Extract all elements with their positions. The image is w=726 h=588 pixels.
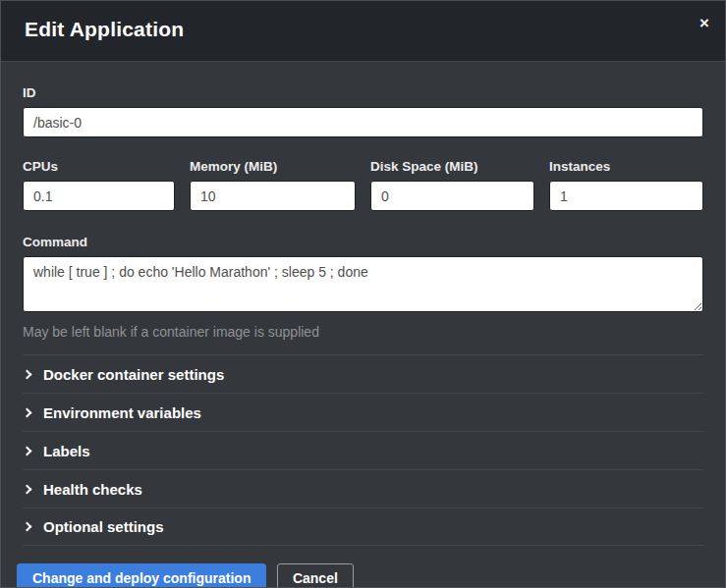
section-label: Environment variables bbox=[43, 404, 201, 421]
cpus-label: CPUs bbox=[23, 159, 175, 174]
section-label: Optional settings bbox=[43, 518, 164, 535]
chevron-right-icon bbox=[23, 484, 32, 494]
command-label: Command bbox=[23, 235, 703, 249]
section-health-checks[interactable]: Health checks bbox=[23, 469, 703, 508]
disk-space-input[interactable] bbox=[370, 181, 534, 211]
id-label: ID bbox=[23, 85, 703, 100]
field-id: ID bbox=[23, 85, 703, 137]
section-environment-variables[interactable]: Environment variables bbox=[23, 393, 703, 431]
memory-label: Memory (MiB) bbox=[190, 159, 356, 174]
cpus-input[interactable] bbox=[23, 181, 175, 211]
resources-row: CPUs Memory (MiB) Disk Space (MiB) Insta… bbox=[23, 159, 703, 211]
section-optional-settings[interactable]: Optional settings bbox=[23, 508, 703, 546]
chevron-right-icon bbox=[23, 446, 32, 455]
chevron-right-icon bbox=[23, 407, 32, 417]
id-input[interactable] bbox=[23, 107, 703, 137]
cancel-button[interactable]: Cancel bbox=[277, 563, 354, 588]
section-label: Health checks bbox=[43, 481, 142, 498]
chevron-right-icon bbox=[23, 369, 32, 379]
disk-space-label: Disk Space (MiB) bbox=[370, 159, 534, 174]
close-icon[interactable]: × bbox=[699, 15, 709, 31]
change-and-deploy-button[interactable]: Change and deploy configuration bbox=[17, 563, 266, 588]
dialog-footer: Change and deploy configuration Cancel bbox=[1, 546, 725, 588]
command-input[interactable]: while [ true ] ; do echo 'Hello Marathon… bbox=[23, 256, 703, 312]
dialog-title: Edit Application bbox=[25, 18, 701, 41]
section-docker-container-settings[interactable]: Docker container settings bbox=[23, 354, 703, 393]
field-disk-space: Disk Space (MiB) bbox=[370, 159, 534, 211]
chevron-right-icon bbox=[23, 522, 32, 532]
field-command: Command while [ true ] ; do echo 'Hello … bbox=[23, 235, 703, 340]
section-label: Docker container settings bbox=[43, 366, 224, 383]
edit-application-dialog: Edit Application × ID CPUs Memory (MiB) … bbox=[0, 0, 726, 588]
dialog-body: ID CPUs Memory (MiB) Disk Space (MiB) In… bbox=[1, 85, 725, 546]
field-instances: Instances bbox=[549, 159, 703, 211]
collapsible-sections: Docker container settings Environment va… bbox=[23, 354, 703, 546]
instances-input[interactable] bbox=[549, 181, 703, 211]
dialog-header: Edit Application × bbox=[1, 1, 725, 62]
memory-input[interactable] bbox=[190, 181, 356, 211]
field-cpus: CPUs bbox=[23, 159, 175, 211]
field-memory: Memory (MiB) bbox=[190, 159, 356, 211]
section-labels[interactable]: Labels bbox=[23, 431, 703, 469]
instances-label: Instances bbox=[549, 159, 703, 174]
section-label: Labels bbox=[43, 443, 90, 459]
command-help-text: May be left blank if a container image i… bbox=[23, 324, 703, 340]
